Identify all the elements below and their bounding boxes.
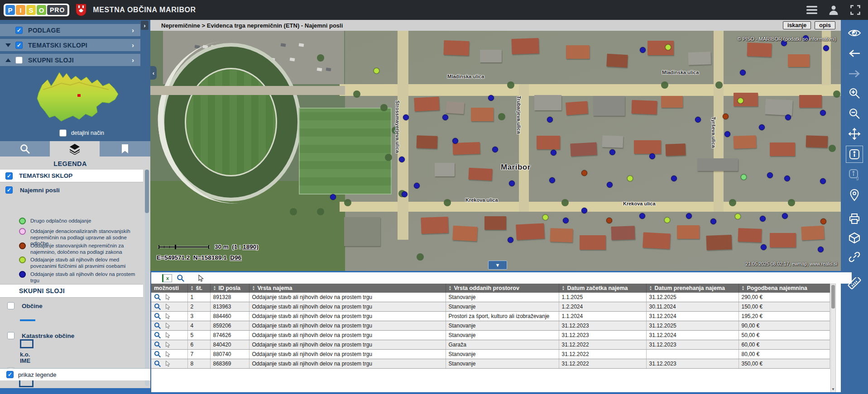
prikaz-legende-checkbox[interactable] bbox=[6, 371, 14, 378]
sort-icon[interactable]: ▲▼ bbox=[191, 286, 194, 291]
row-select-icon[interactable] bbox=[165, 323, 171, 329]
map-marker[interactable] bbox=[581, 170, 587, 176]
legend-scrollbar-thumb[interactable] bbox=[145, 170, 149, 213]
table-scrollbar[interactable]: ▼ bbox=[830, 284, 836, 394]
map-marker[interactable] bbox=[547, 117, 553, 123]
identify-icon[interactable] bbox=[847, 147, 862, 161]
view-options-icon[interactable] bbox=[847, 26, 862, 40]
table-row[interactable]: 8868369Oddajanje stavb ali njihovih delo… bbox=[151, 359, 830, 369]
katastrske-checkbox[interactable] bbox=[7, 332, 14, 339]
map-marker[interactable] bbox=[399, 157, 405, 162]
chevron-right-icon[interactable]: › bbox=[132, 26, 134, 34]
detail-mode-toggle[interactable]: detajlni način bbox=[59, 129, 104, 137]
map-marker[interactable] bbox=[823, 45, 829, 51]
previous-view-icon[interactable] bbox=[847, 46, 862, 61]
table-row[interactable]: 5874626Oddajanje stavb ali njihovih delo… bbox=[151, 331, 830, 340]
menu-icon[interactable] bbox=[806, 5, 817, 15]
map-marker[interactable] bbox=[639, 213, 645, 219]
collapse-triangle-icon[interactable] bbox=[5, 43, 11, 47]
map-marker[interactable] bbox=[330, 194, 336, 200]
map-marker[interactable] bbox=[767, 172, 773, 178]
table-row[interactable]: 6840420Oddajanje stavb ali njihovih delo… bbox=[151, 340, 830, 350]
map-marker[interactable] bbox=[671, 176, 677, 181]
sidebar-section-tematski-sklopi[interactable]: TEMATSKI SKLOPI › bbox=[0, 39, 140, 51]
map-marker[interactable] bbox=[607, 182, 613, 188]
map-marker[interactable] bbox=[665, 44, 671, 50]
map-marker[interactable] bbox=[761, 244, 767, 250]
table-scrollbar-thumb[interactable] bbox=[831, 285, 835, 309]
detail-mode-checkbox[interactable] bbox=[59, 129, 67, 137]
opis-button[interactable]: opis bbox=[815, 21, 835, 29]
chevron-right-icon[interactable]: › bbox=[132, 56, 134, 64]
row-select-icon[interactable] bbox=[165, 342, 171, 348]
map-marker[interactable] bbox=[627, 176, 633, 181]
excel-export-icon[interactable]: x bbox=[162, 274, 172, 282]
fullscreen-icon[interactable] bbox=[850, 5, 861, 15]
map-marker[interactable] bbox=[508, 237, 513, 243]
map-marker[interactable] bbox=[606, 218, 612, 223]
search-tab[interactable] bbox=[0, 141, 50, 157]
tematski-checkbox[interactable] bbox=[15, 42, 23, 49]
map-marker[interactable] bbox=[640, 47, 646, 53]
row-select-icon[interactable] bbox=[165, 294, 171, 300]
map-marker[interactable] bbox=[735, 214, 741, 219]
map-marker[interactable] bbox=[741, 174, 747, 180]
map-marker[interactable] bbox=[784, 176, 790, 181]
map-viewport[interactable]: Mladinska ulicaMladinska ulicaMariborKre… bbox=[150, 31, 841, 271]
table-row[interactable]: 7880740Oddajanje stavb ali njihovih delo… bbox=[151, 350, 830, 359]
row-zoom-icon[interactable] bbox=[154, 303, 161, 310]
3d-view-icon[interactable] bbox=[847, 231, 862, 245]
column-header[interactable]: ▲▼Pogodbena najemnina bbox=[739, 284, 830, 293]
layer-katastrske-obcine[interactable]: Katastrske občine bbox=[7, 332, 74, 339]
map-marker[interactable] bbox=[403, 114, 409, 120]
sidebar-section-skupni-sloji[interactable]: SKUPNI SLOJI › bbox=[0, 54, 140, 66]
row-select-icon[interactable] bbox=[165, 361, 171, 367]
map-marker[interactable] bbox=[649, 153, 655, 159]
map-marker[interactable] bbox=[452, 138, 458, 144]
row-zoom-icon[interactable] bbox=[154, 332, 161, 339]
table-row[interactable]: 4859206Oddajanje stavb ali njihovih delo… bbox=[151, 321, 830, 331]
map-marker[interactable] bbox=[374, 68, 379, 74]
column-header[interactable]: možnosti bbox=[151, 284, 187, 293]
map-marker[interactable] bbox=[738, 98, 743, 104]
overview-map[interactable] bbox=[25, 67, 131, 127]
zoom-in-icon[interactable] bbox=[847, 86, 862, 100]
map-marker[interactable] bbox=[509, 180, 515, 186]
row-select-icon[interactable] bbox=[165, 304, 171, 310]
map-marker[interactable] bbox=[695, 117, 701, 123]
map-marker[interactable] bbox=[818, 247, 824, 252]
map-marker[interactable] bbox=[442, 114, 448, 120]
pan-icon[interactable] bbox=[847, 127, 862, 141]
column-header[interactable]: ▲▼ID posla bbox=[210, 284, 249, 293]
map-marker[interactable] bbox=[551, 150, 556, 156]
row-zoom-icon[interactable] bbox=[154, 360, 161, 367]
sort-icon[interactable]: ▲▼ bbox=[649, 286, 652, 291]
map-marker[interactable] bbox=[563, 218, 569, 223]
map-marker[interactable] bbox=[664, 217, 670, 223]
map-marker[interactable] bbox=[581, 208, 587, 214]
map-marker[interactable] bbox=[492, 147, 498, 152]
skupni-checkbox[interactable] bbox=[15, 57, 23, 64]
map-marker[interactable] bbox=[820, 218, 826, 224]
search-icon[interactable] bbox=[177, 274, 185, 282]
map-marker[interactable] bbox=[723, 114, 729, 119]
map-marker[interactable] bbox=[609, 149, 615, 155]
map-marker[interactable] bbox=[542, 214, 548, 220]
tematski-sklop-checkbox[interactable] bbox=[5, 172, 13, 180]
locate-icon[interactable] bbox=[847, 188, 862, 202]
legend-tematski-sklop-row[interactable]: TEMATSKI SKLOP bbox=[0, 170, 143, 182]
map-marker[interactable] bbox=[760, 216, 766, 222]
row-select-icon[interactable] bbox=[165, 351, 171, 357]
row-zoom-icon[interactable] bbox=[154, 351, 161, 358]
sort-icon[interactable]: ▲▼ bbox=[213, 286, 216, 291]
sort-icon[interactable]: ▲▼ bbox=[252, 286, 255, 291]
legend-najemni-posli-row[interactable]: Najemni posli bbox=[0, 185, 143, 195]
user-icon[interactable] bbox=[828, 5, 839, 15]
sort-icon[interactable]: ▲▼ bbox=[562, 286, 565, 291]
sidebar-collapse-button[interactable]: › bbox=[141, 21, 149, 30]
column-header[interactable]: ▲▼št. bbox=[187, 284, 210, 293]
row-zoom-icon[interactable] bbox=[154, 294, 161, 301]
collapse-triangle-icon[interactable] bbox=[5, 58, 11, 62]
map-marker[interactable] bbox=[740, 70, 746, 76]
najemni-posli-checkbox[interactable] bbox=[5, 186, 13, 194]
